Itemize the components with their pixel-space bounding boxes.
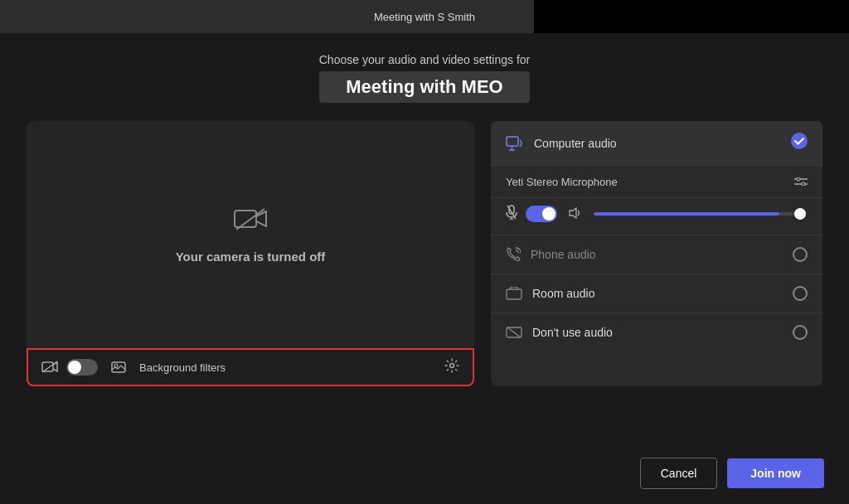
svg-marker-19 — [570, 208, 576, 218]
svg-point-10 — [791, 133, 808, 149]
audio-panel: Computer audio Yeti Stereo Microphone — [491, 121, 822, 386]
phone-audio-icon — [506, 247, 521, 262]
mic-mute-icon[interactable] — [506, 205, 517, 223]
phone-audio-option[interactable]: Phone audio — [491, 235, 822, 274]
camera-controls-bar: Background filters — [27, 348, 474, 386]
svg-point-13 — [797, 177, 800, 181]
no-audio-option[interactable]: Don't use audio — [491, 313, 822, 351]
volume-slider-track[interactable] — [594, 212, 804, 216]
mic-toggle-switch[interactable] — [526, 206, 557, 222]
camera-settings-icon[interactable] — [444, 358, 459, 376]
microphone-label: Yeti Stereo Microphone — [506, 176, 786, 188]
content-row: Your camera is turned off — [27, 121, 822, 386]
mic-settings-icon[interactable] — [794, 174, 808, 189]
camera-panel: Your camera is turned off — [27, 121, 474, 386]
mic-toggle-knob — [542, 207, 555, 220]
room-audio-label: Room audio — [532, 287, 793, 300]
camera-toggle-switch[interactable] — [66, 359, 98, 376]
camera-off-icon — [234, 206, 267, 240]
microphone-row: Yeti Stereo Microphone — [491, 166, 822, 198]
room-audio-icon — [506, 287, 522, 300]
svg-rect-7 — [507, 137, 518, 146]
footer-buttons: Cancel Join now — [640, 458, 824, 489]
svg-line-25 — [507, 327, 521, 337]
phone-audio-label: Phone audio — [531, 248, 793, 261]
room-audio-radio — [793, 286, 808, 301]
svg-rect-0 — [235, 211, 256, 227]
phone-audio-radio — [793, 247, 808, 262]
top-bar: Meeting with S Smith — [0, 0, 849, 33]
no-audio-icon — [506, 326, 522, 339]
bg-filters-label: Background filters — [139, 361, 436, 374]
svg-point-5 — [114, 364, 118, 367]
svg-point-14 — [802, 182, 805, 186]
camera-toggle-icon[interactable] — [41, 361, 58, 374]
volume-slider-knob — [794, 208, 806, 220]
camera-off-text: Your camera is turned off — [176, 250, 326, 264]
top-bar-title: Meeting with S Smith — [374, 11, 475, 23]
background-filter-icon[interactable] — [111, 361, 126, 373]
camera-toggle-knob — [68, 361, 81, 374]
room-audio-option[interactable]: Room audio — [491, 274, 822, 313]
volume-slider-fill — [594, 212, 779, 216]
camera-preview: Your camera is turned off — [27, 121, 474, 348]
volume-icon — [569, 207, 582, 221]
meeting-title: Meeting with MEO — [319, 71, 529, 103]
join-now-button[interactable]: Join now — [727, 458, 824, 488]
no-audio-label: Don't use audio — [532, 326, 793, 339]
mic-controls-row — [491, 198, 822, 235]
svg-rect-20 — [507, 289, 522, 299]
svg-rect-2 — [42, 362, 53, 371]
main-content: Choose your audio and video settings for… — [0, 33, 849, 386]
subtitle: Choose your audio and video settings for — [319, 53, 531, 66]
top-right-black-area — [534, 0, 849, 33]
cancel-button[interactable]: Cancel — [640, 458, 718, 489]
computer-audio-check-icon — [791, 133, 808, 153]
svg-point-6 — [450, 364, 454, 368]
no-audio-radio — [793, 325, 808, 340]
computer-audio-icon — [506, 136, 524, 151]
computer-audio-option[interactable]: Computer audio — [491, 121, 822, 166]
computer-audio-label: Computer audio — [534, 137, 791, 150]
